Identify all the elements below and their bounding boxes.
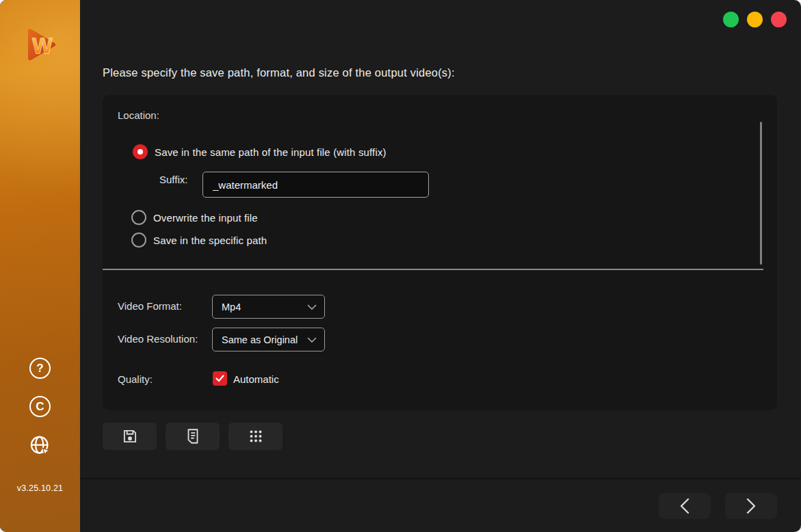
radio-selected-icon[interactable]: [133, 144, 148, 159]
suffix-label: Suffix:: [159, 174, 187, 185]
minimize-dot[interactable]: [723, 12, 739, 27]
document-icon: [184, 427, 202, 445]
close-dot[interactable]: [771, 12, 787, 27]
video-format-dropdown[interactable]: Mp4: [212, 295, 325, 319]
help-icon[interactable]: ?: [29, 358, 51, 379]
chevron-right-icon: [746, 498, 756, 514]
quality-automatic-label: Automatic: [233, 373, 279, 385]
radio-unselected-icon[interactable]: [131, 232, 146, 248]
check-icon: [215, 375, 224, 382]
scrollbar-thumb[interactable]: [760, 122, 762, 265]
video-resolution-value: Same as Original: [222, 334, 298, 345]
sidebar-icon-stack: ? C: [0, 358, 80, 457]
logo-letter: W: [32, 34, 53, 58]
app-window: W ? C v3.25.10.21 Please specify the sav…: [0, 0, 801, 532]
chevron-down-icon: [307, 304, 317, 310]
radio-option-label: Save in the same path of the input file …: [155, 146, 386, 158]
grid-dots-icon: [247, 427, 265, 445]
back-button[interactable]: [659, 493, 711, 519]
video-resolution-dropdown[interactable]: Same as Original: [212, 328, 325, 351]
window-controls: [723, 12, 787, 27]
section-divider: [103, 269, 763, 270]
video-format-label: Video Format:: [118, 300, 182, 312]
quality-automatic-checkbox[interactable]: [213, 371, 227, 386]
maximize-dot[interactable]: [747, 12, 763, 27]
sidebar: W ? C v3.25.10.21: [0, 0, 80, 532]
chevron-down-icon: [307, 337, 317, 343]
radio-option-specific-path[interactable]: Save in the specific path: [131, 232, 267, 248]
radio-option-same-path[interactable]: Save in the same path of the input file …: [133, 144, 386, 159]
app-logo: W: [17, 23, 62, 68]
footer-divider: [80, 478, 801, 479]
quality-label: Quality:: [118, 373, 153, 385]
save-settings-button[interactable]: [103, 423, 157, 450]
radio-option-overwrite[interactable]: Overwrite the input file: [131, 210, 258, 225]
radio-option-label: Overwrite the input file: [153, 212, 258, 224]
radio-unselected-icon[interactable]: [131, 210, 146, 225]
video-format-value: Mp4: [222, 302, 241, 312]
tool-button-row: [103, 423, 283, 450]
output-settings-panel: Location: Save in the same path of the i…: [103, 95, 777, 410]
file-list-button[interactable]: [166, 423, 220, 450]
copyright-icon[interactable]: C: [29, 396, 51, 417]
save-icon: [121, 427, 139, 445]
next-button[interactable]: [725, 493, 777, 519]
location-label: Location:: [118, 109, 159, 121]
apps-grid-button[interactable]: [228, 423, 283, 450]
video-resolution-label: Video Resolution:: [118, 333, 198, 345]
page-title: Please specify the save path, format, an…: [103, 66, 455, 79]
chevron-left-icon: [680, 498, 690, 514]
version-label: v3.25.10.21: [0, 483, 80, 493]
suffix-input[interactable]: [202, 172, 429, 198]
website-icon[interactable]: [29, 434, 52, 457]
radio-option-label: Save in the specific path: [153, 235, 267, 246]
